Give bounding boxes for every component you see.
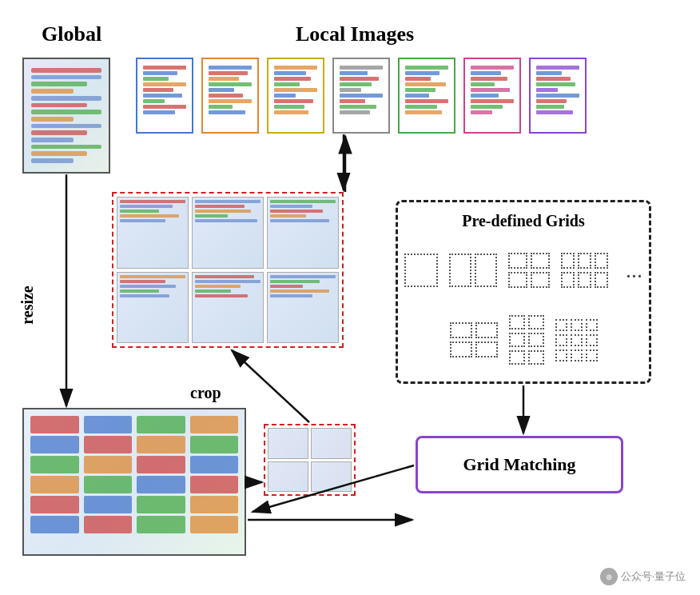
- mini-line: [31, 130, 87, 135]
- grid-cell-dotted: [508, 253, 527, 269]
- large-bottom-image: [22, 408, 246, 556]
- lbi-row: [30, 516, 238, 533]
- lbi-block: [190, 436, 239, 453]
- lbi-row: [30, 436, 238, 453]
- local-image-7: [529, 58, 587, 134]
- crop-label: crop: [190, 384, 221, 402]
- global-image: [22, 58, 110, 174]
- predefined-grids-box: Pre-defined Grids: [396, 200, 651, 384]
- grid-cell-small: [311, 428, 352, 459]
- grid-cell-dotted: [555, 319, 567, 331]
- local-image-5: [398, 58, 455, 134]
- mini-line: [31, 89, 73, 94]
- lbi-block: [137, 456, 185, 473]
- grid-cell-dotted: [531, 253, 550, 269]
- grid-cell-small: [268, 428, 308, 459]
- lbi-block: [84, 416, 133, 433]
- diagram-container: Global Local Images: [0, 0, 700, 595]
- lbi-block: [30, 416, 79, 433]
- grid-cell: [267, 197, 339, 269]
- watermark-text: 公众号·量子位: [621, 569, 686, 584]
- lbi-block: [30, 476, 79, 493]
- grid-cell-dotted: [475, 322, 498, 338]
- grid-cell-dotted: [509, 350, 525, 365]
- grid-cell-dotted: [571, 349, 583, 361]
- grid-cell-dotted: [509, 333, 525, 347]
- grid-pattern-1x2: [449, 254, 497, 287]
- grid-pattern-3x3: [555, 319, 598, 361]
- local-image-4: [332, 58, 390, 134]
- grid-pattern-1x1: [404, 254, 438, 287]
- local-image-2: [201, 58, 259, 134]
- predefined-grids-label: Pre-defined Grids: [462, 212, 585, 230]
- watermark: ⊕ 公众号·量子位: [600, 568, 686, 585]
- lbi-block: [30, 516, 79, 533]
- lbi-block: [84, 516, 133, 533]
- grid-cell: [267, 272, 339, 344]
- grid-cell: [192, 197, 264, 269]
- grid-matching-label: Grid Matching: [463, 454, 575, 475]
- mini-line: [31, 82, 87, 86]
- grid-cell-dotted: [578, 272, 591, 288]
- lbi-block: [84, 476, 133, 493]
- resize-label: resize: [18, 286, 37, 325]
- red-dashed-grid-bottom: [264, 424, 356, 496]
- lbi-block: [190, 456, 239, 473]
- grid-pattern-offset: [450, 322, 498, 357]
- grid-pattern-3x2: [509, 315, 544, 365]
- grid-cell-dotted: [528, 315, 544, 329]
- lbi-block: [137, 516, 185, 533]
- grid-cell-dotted: [531, 272, 550, 288]
- grid-cell-dotted: [578, 253, 591, 269]
- mini-line: [31, 110, 101, 114]
- grid-cell-dotted: [528, 350, 544, 365]
- mini-line: [31, 124, 101, 129]
- lbi-block: [137, 416, 185, 433]
- lbi-block: [84, 436, 133, 453]
- lbi-block: [190, 476, 239, 493]
- local-images-label: Local Images: [296, 22, 414, 46]
- mini-line: [31, 151, 87, 156]
- grid-cell-dotted: [586, 349, 598, 361]
- local-images-row: [136, 58, 587, 134]
- mini-line: [31, 145, 101, 150]
- grid-pattern-2x3: [561, 253, 608, 288]
- grid-matching-box: Grid Matching: [416, 436, 623, 493]
- lbi-block: [84, 456, 133, 473]
- mini-line: [31, 96, 101, 101]
- grid-cell-dotted: [586, 334, 598, 346]
- local-img-inner: [272, 63, 320, 127]
- local-img-inner: [206, 63, 254, 127]
- mini-line: [31, 103, 87, 108]
- grid-cell: [117, 197, 189, 269]
- lbi-row: [30, 416, 238, 433]
- grid-cell-dotted: [555, 349, 567, 361]
- lbi-row: [30, 456, 238, 473]
- grid-cell: [192, 272, 264, 344]
- grid-cell-dotted: [508, 272, 527, 288]
- grid-cell-dotted: [475, 341, 498, 357]
- grid-cell-dotted: [404, 254, 438, 287]
- watermark-icon: ⊕: [600, 568, 618, 585]
- mini-line: [31, 138, 73, 142]
- grid-pattern-2x2: [508, 253, 550, 288]
- grid-cell-dotted: [449, 254, 471, 287]
- lbi-block: [137, 476, 185, 493]
- lbi-row: [30, 476, 238, 493]
- local-img-inner: [534, 63, 582, 127]
- lbi-block: [30, 436, 79, 453]
- mini-line: [31, 68, 101, 73]
- lbi-block: [30, 496, 79, 513]
- grid-cell-dotted: [595, 272, 608, 288]
- grid-cell-dotted: [571, 334, 583, 346]
- grid-cell-dotted: [561, 272, 575, 288]
- red-dashed-grid-top: [112, 192, 344, 348]
- grid-cell-dotted: [555, 334, 567, 346]
- grid-cell-dotted: [561, 253, 575, 269]
- mini-line: [31, 75, 101, 80]
- global-image-content: [28, 65, 104, 166]
- grids-row-2: [408, 309, 639, 373]
- grid-cell: [117, 272, 189, 344]
- grid-cell-small: [311, 461, 352, 493]
- grid-cell-dotted: [450, 322, 472, 338]
